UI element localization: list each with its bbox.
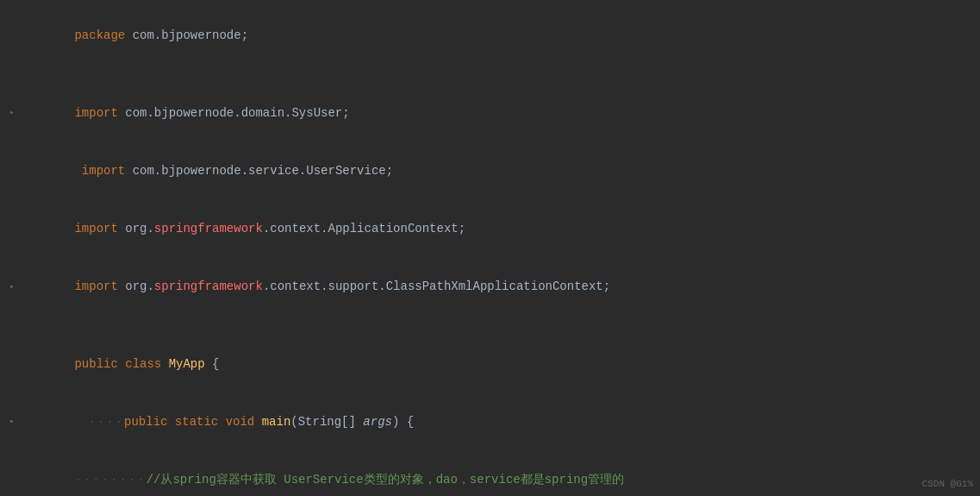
fold-icon: ▸ — [9, 106, 15, 120]
gutter: ▸ — [0, 280, 24, 294]
keyword: import — [74, 106, 125, 120]
code-token: org. — [125, 222, 154, 235]
code-content: import org.springframework.context.Appli… — [24, 200, 980, 258]
code-token: ( — [290, 415, 297, 429]
code-line — [0, 316, 980, 335]
code-token: springframework — [154, 279, 263, 293]
keyword: import — [74, 279, 125, 293]
code-line: ▸ import org.springframework.context.sup… — [0, 258, 980, 316]
code-token: com.bjpowernode.service.UserService; — [133, 164, 393, 178]
code-token: String — [298, 415, 341, 429]
keyword: static — [175, 415, 226, 429]
dots: ········ — [74, 473, 146, 487]
code-line: import com.bjpowernode.service.UserServi… — [0, 142, 980, 200]
code-token: .context.ApplicationContext; — [263, 222, 465, 235]
code-line: public class MyApp { — [0, 336, 980, 393]
code-token: { — [212, 357, 219, 371]
comment: //从spring容器中获取 UserService类型的对象，dao，serv… — [147, 473, 624, 487]
code-token: MyApp — [169, 357, 212, 371]
code-content: import org.springframework.context.suppo… — [24, 258, 980, 316]
keyword: class — [125, 357, 168, 371]
code-content: ····public static void main(String[] arg… — [24, 393, 980, 451]
keyword: package — [74, 28, 132, 42]
code-token: .context.support.ClassPathXmlApplication… — [263, 279, 610, 293]
code-token: args — [363, 415, 392, 429]
code-token: springframework — [154, 222, 263, 235]
code-content — [24, 65, 980, 84]
code-line: ▸ ····public static void main(String[] a… — [0, 393, 980, 451]
keyword: import — [74, 164, 132, 178]
code-token: com.bjpowernode.domain.SysUser; — [125, 106, 349, 120]
dots: ···· — [88, 415, 124, 429]
keyword: void — [226, 415, 262, 429]
code-token: com.bjpowernode; — [133, 28, 248, 42]
gutter: ▸ — [0, 106, 24, 120]
code-line: import org.springframework.context.Appli… — [0, 200, 980, 258]
code-content: package com.bjpowernode; — [24, 7, 980, 65]
code-editor: package com.bjpowernode; ▸ import com.bj… — [0, 0, 980, 496]
code-line: ········//从spring容器中获取 UserService类型的对象，… — [0, 451, 980, 496]
code-line — [0, 65, 980, 84]
code-content: import com.bjpowernode.service.UserServi… — [24, 142, 980, 200]
code-content: ········//从spring容器中获取 UserService类型的对象，… — [24, 451, 980, 496]
code-token: ) { — [392, 415, 414, 429]
code-content: import com.bjpowernode.domain.SysUser; — [24, 85, 980, 142]
keyword: public — [74, 357, 125, 371]
code-line: ▸ import com.bjpowernode.domain.SysUser; — [0, 85, 980, 142]
code-content — [24, 316, 980, 335]
code-token: org. — [125, 279, 154, 293]
bottom-label: CSDN @G1% — [922, 477, 973, 493]
code-token: [] — [341, 415, 363, 429]
code-token: main — [262, 415, 291, 429]
gutter: ▸ — [0, 415, 24, 429]
code-content: public class MyApp { — [24, 336, 980, 393]
keyword: public — [124, 415, 175, 429]
fold-icon: ▸ — [9, 280, 15, 294]
fold-icon: ▸ — [9, 415, 15, 429]
code-line: package com.bjpowernode; — [0, 7, 980, 65]
keyword: import — [74, 222, 125, 235]
